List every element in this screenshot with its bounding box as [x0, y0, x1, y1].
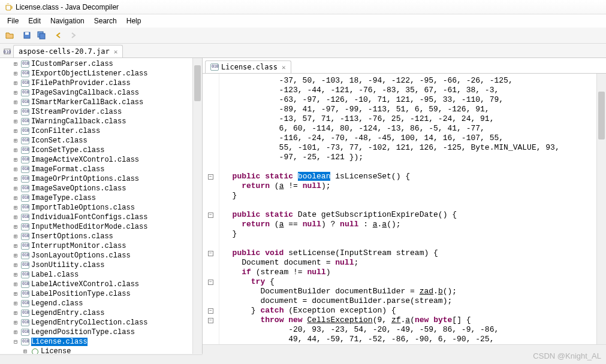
code-line[interactable]: }	[223, 191, 596, 201]
code-line[interactable]: 55, -101, -73, 77, -102, 121, 126, -125,…	[223, 143, 596, 153]
code-line[interactable]: document = documentBuilder.parse(stream)…	[223, 296, 596, 306]
tree-toggle-icon[interactable]: ⊞	[12, 329, 19, 336]
tree-row[interactable]: ⊞LegendEntryCollection.class	[0, 318, 192, 327]
code-line[interactable]: -13, 57, 71, -113, -76, 25, -121, -24, 2…	[223, 114, 596, 124]
code-line[interactable]: -89, 41, -97, -99, -113, 51, 6, 59, -126…	[223, 105, 596, 114]
code-lines[interactable]: -37, 50, -103, 18, -94, -122, -95, -66, …	[219, 74, 596, 344]
tree-toggle-icon[interactable]: ⊞	[12, 108, 19, 116]
back-button[interactable]	[52, 29, 65, 41]
tree-row[interactable]: ⊞LegendPositionType.class	[0, 327, 192, 337]
tree-row[interactable]: ⊞LegendEntry.class	[0, 308, 192, 318]
tree-row[interactable]: ⊞LabelActiveXControl.class	[0, 280, 192, 289]
tree-row[interactable]: ⊞ImageType.class	[0, 193, 192, 203]
code-line[interactable]: if (stream != null)	[223, 268, 596, 277]
tree-toggle-icon[interactable]: ⊞	[12, 233, 19, 240]
close-editor-tab-icon[interactable]: ✕	[282, 63, 286, 71]
menu-edit[interactable]: Edit	[23, 16, 46, 26]
menu-file[interactable]: File	[2, 16, 23, 26]
tree-toggle-icon[interactable]: ⊞	[22, 348, 29, 354]
code-line[interactable]: -97, -25, -121 });	[223, 153, 596, 162]
tree-row[interactable]: ⊞Label.class	[0, 270, 192, 280]
tree-row[interactable]: ⊞ImportTableOptions.class	[0, 203, 192, 213]
code-line[interactable]: Document document = null;	[223, 258, 596, 268]
menu-navigation[interactable]: Navigation	[46, 16, 89, 26]
tree-toggle-icon[interactable]: ⊞	[12, 223, 19, 230]
close-tab-icon[interactable]: ✕	[114, 48, 118, 56]
tree-toggle-icon[interactable]: ⊞	[12, 99, 19, 106]
tree-toggle-icon[interactable]: ⊞	[12, 156, 19, 163]
fold-toggle-icon[interactable]: −	[208, 174, 213, 180]
tree-toggle-icon[interactable]: ⊞	[12, 70, 19, 77]
tree-row[interactable]: ⊞InterruptMonitor.class	[0, 241, 192, 251]
tree-toggle-icon[interactable]: ⊞	[12, 89, 19, 96]
tree-toggle-icon[interactable]: ⊞	[12, 137, 19, 144]
tree-row[interactable]: ⊞ImageOrPrintOptions.class	[0, 174, 192, 184]
tree-row[interactable]: ⊞InsertOptions.class	[0, 232, 192, 241]
fold-toggle-icon[interactable]: −	[208, 280, 213, 285]
fold-toggle-icon[interactable]: −	[208, 251, 213, 256]
code-line[interactable]: }	[223, 229, 596, 239]
tree-row[interactable]: ⊞IconFilter.class	[0, 126, 192, 136]
tree-toggle-icon[interactable]: ⊞	[12, 80, 19, 87]
code-line[interactable]: return (a != null);	[223, 181, 596, 191]
editor-hscrollbar[interactable]	[203, 344, 606, 354]
project-tab[interactable]: aspose-cells-20.7.jar ✕	[13, 45, 123, 57]
tree-toggle-icon[interactable]: ⊞	[12, 166, 19, 173]
tree-row[interactable]: ⊞ImageSaveOptions.class	[0, 184, 192, 193]
tree-row[interactable]: ⊞IndividualFontConfigs.class	[0, 213, 192, 222]
editor-scrollbar[interactable]	[596, 74, 606, 344]
tree-row[interactable]: ⊟License.class	[0, 337, 192, 347]
tree-toggle-icon[interactable]: ⊞	[12, 214, 19, 221]
tree-toggle-icon[interactable]: ⊞	[12, 242, 19, 250]
tree-row[interactable]: ⊞License	[0, 347, 192, 354]
code-area[interactable]: −−−−−− -37, 50, -103, 18, -94, -122, -95…	[203, 74, 606, 344]
tree-toggle-icon[interactable]: ⊞	[12, 281, 19, 288]
fold-toggle-icon[interactable]: −	[208, 318, 213, 323]
tree-toggle-icon[interactable]: ⊞	[12, 175, 19, 183]
tree-row[interactable]: ⊞IPageSavingCallback.class	[0, 88, 192, 98]
save-all-button[interactable]	[35, 29, 48, 41]
tree-row[interactable]: ⊞JsonLayoutOptions.class	[0, 251, 192, 260]
tree-row[interactable]: ⊞IconSetType.class	[0, 145, 192, 155]
tree-row[interactable]: ⊞InputMethodEditorMode.class	[0, 222, 192, 232]
code-line[interactable]: -116, -24, -70, -48, -45, 100, 14, 16, -…	[223, 134, 596, 143]
tree-row[interactable]: ⊞ImageActiveXControl.class	[0, 155, 192, 165]
tree-row[interactable]: ⊞JsonUtility.class	[0, 260, 192, 270]
tree-row[interactable]: ⊞ICustomParser.class	[0, 59, 192, 69]
code-line[interactable]: return (a == null) ? null : a.a();	[223, 220, 596, 229]
tree-row[interactable]: ⊞LabelPositionType.class	[0, 289, 192, 299]
fold-toggle-icon[interactable]: −	[208, 308, 213, 314]
code-line[interactable]: public void setLicense(InputStream strea…	[223, 248, 596, 258]
tree-toggle-icon[interactable]: ⊞	[12, 195, 19, 202]
code-line[interactable]: -37, 50, -103, 18, -94, -122, -95, -66, …	[223, 76, 596, 86]
tree-row[interactable]: ⊞IExportObjectListener.class	[0, 69, 192, 78]
tree-toggle-icon[interactable]: ⊞	[12, 128, 19, 135]
tree-toggle-icon[interactable]: ⊞	[12, 300, 19, 307]
tree-row[interactable]: ⊞ISmartMarkerCallBack.class	[0, 98, 192, 107]
tree-toggle-icon[interactable]: ⊟	[12, 338, 19, 345]
code-line[interactable]: 6, 60, -114, 80, -124, -13, 86, -5, 41, …	[223, 124, 596, 134]
tree-toggle-icon[interactable]: ⊞	[12, 262, 19, 269]
forward-button[interactable]	[67, 29, 80, 41]
code-line[interactable]	[223, 162, 596, 172]
open-file-button[interactable]	[3, 29, 16, 41]
menu-search[interactable]: Search	[89, 16, 122, 26]
code-line[interactable]: -20, 93, -23, 54, -20, -49, -59, 86, -9,…	[223, 325, 596, 335]
code-line[interactable]: try {	[223, 277, 596, 287]
tree-row[interactable]: ⊞Legend.class	[0, 299, 192, 308]
code-line[interactable]: } catch (Exception exception) {	[223, 306, 596, 316]
code-line[interactable]: public static Date getSubscriptionExpire…	[223, 210, 596, 220]
tree-scrollbar[interactable]	[192, 58, 202, 354]
code-line[interactable]: throw new CellsException(9, zf.a(new byt…	[223, 316, 596, 325]
tree-row[interactable]: ⊞IWarningCallback.class	[0, 117, 192, 126]
tree-toggle-icon[interactable]: ⊞	[12, 204, 19, 211]
tree-toggle-icon[interactable]: ⊞	[12, 319, 19, 326]
code-line[interactable]: DocumentBuilder documentBuilder = zad.b(…	[223, 287, 596, 296]
code-line[interactable]	[223, 201, 596, 210]
code-line[interactable]: -123, -44, -121, -76, -83, 35, 67, -61, …	[223, 86, 596, 95]
code-line[interactable]: 49, 44, -59, 71, -52, -86, -90, 6, -90, …	[223, 335, 596, 344]
tree-toggle-icon[interactable]: ⊞	[12, 252, 19, 259]
fold-toggle-icon[interactable]: −	[208, 213, 213, 218]
menu-help[interactable]: Help	[122, 16, 146, 26]
tree-toggle-icon[interactable]: ⊞	[12, 290, 19, 298]
